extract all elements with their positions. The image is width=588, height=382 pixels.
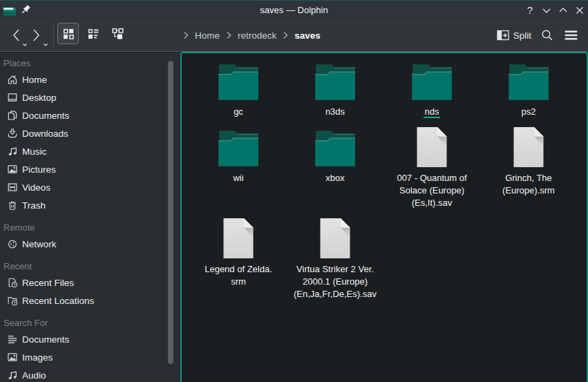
- sidebar-item-pictures[interactable]: Pictures: [0, 160, 180, 178]
- folder-icon: [216, 59, 260, 103]
- forward-button[interactable]: [26, 21, 47, 49]
- breadcrumb-arrow: [279, 31, 292, 39]
- sidebar-item-search-documents[interactable]: Documents: [0, 330, 180, 348]
- split-label: Split: [513, 30, 531, 41]
- places-panel: Places Home Desktop Documents: [0, 52, 180, 382]
- sidebar-item-search-audio[interactable]: Audio: [0, 366, 180, 382]
- folder-view: gc n3ds nds ps2 wii xbox 007 - Quantum o…: [180, 52, 588, 382]
- tree-view-icon: [112, 28, 124, 39]
- images-icon: [7, 352, 18, 363]
- breadcrumb: Home retrodeck saves: [180, 19, 323, 51]
- back-button[interactable]: [6, 21, 26, 49]
- sidebar-item-music[interactable]: Music: [0, 142, 180, 160]
- section-search-for: Search For: [0, 316, 180, 330]
- downloads-icon: [7, 128, 18, 139]
- file-grid: gc n3ds nds ps2 wii xbox 007 - Quantum o…: [182, 53, 587, 300]
- documents-icon: [7, 110, 18, 121]
- section-remote: Remote: [0, 220, 180, 235]
- sidebar-item-network[interactable]: Network: [0, 235, 180, 253]
- videos-icon: [7, 182, 18, 193]
- breadcrumb-arrow: [222, 31, 235, 39]
- folder-nds[interactable]: nds: [383, 59, 480, 118]
- sidebar-item-trash[interactable]: Trash: [0, 196, 180, 214]
- tree-view-button[interactable]: [107, 23, 129, 44]
- file-legend-of-zelda[interactable]: Legend of Zelda. srm: [190, 216, 287, 300]
- icons-view-icon: [63, 28, 74, 39]
- folder-icon: [313, 59, 357, 103]
- close-button[interactable]: [571, 1, 588, 20]
- folder-icon: [313, 125, 357, 169]
- window-title: saves — Dolphin: [0, 1, 588, 20]
- split-icon: [497, 30, 509, 41]
- folder-icon: [216, 125, 260, 169]
- sidebar-scrollbar[interactable]: [168, 61, 173, 364]
- section-places: Places: [0, 56, 180, 70]
- minimize-button[interactable]: [538, 1, 555, 20]
- sidebar-item-home[interactable]: Home: [0, 70, 180, 88]
- svg-text:?: ?: [527, 5, 533, 16]
- folder-wii[interactable]: wii: [190, 125, 287, 209]
- sidebar-item-recent-locations[interactable]: Recent Locations: [0, 292, 180, 309]
- text-lines-icon: [7, 334, 18, 345]
- file-icon: [216, 216, 260, 260]
- recent-locations-icon: [7, 295, 18, 306]
- sidebar-item-downloads[interactable]: Downloads: [0, 124, 180, 142]
- file-virtua-striker[interactable]: Virtua Striker 2 Ver. 2000.1 (Europe) (E…: [287, 216, 383, 300]
- sidebar-item-desktop[interactable]: Desktop: [0, 88, 180, 106]
- pictures-icon: [7, 164, 18, 175]
- network-icon: [7, 238, 18, 249]
- sidebar-item-recent-files[interactable]: Recent Files: [0, 274, 180, 292]
- forward-history-dropdown[interactable]: [43, 43, 48, 47]
- sidebar-list: Places Home Desktop Documents: [0, 52, 180, 382]
- breadcrumb-home[interactable]: Home: [192, 30, 222, 41]
- details-view-button[interactable]: [82, 23, 104, 44]
- folder-icon: [410, 59, 454, 103]
- desktop-icon: [7, 92, 18, 103]
- hamburger-icon: [565, 30, 578, 41]
- sidebar-item-documents[interactable]: Documents: [0, 106, 180, 124]
- music-icon: [7, 146, 18, 157]
- title-bar: saves — Dolphin ?: [0, 0, 588, 19]
- folder-icon: [506, 59, 551, 103]
- folder-n3ds[interactable]: n3ds: [287, 59, 383, 118]
- maximize-button[interactable]: [555, 1, 571, 20]
- audio-icon: [7, 370, 18, 381]
- search-button[interactable]: [535, 21, 559, 49]
- breadcrumb-retrodeck[interactable]: retrodeck: [235, 30, 279, 41]
- menu-button[interactable]: [559, 21, 582, 49]
- breadcrumb-root-arrow[interactable]: [180, 31, 192, 39]
- home-icon: [7, 74, 18, 85]
- details-view-icon: [88, 28, 99, 39]
- file-icon: [313, 216, 357, 260]
- split-button[interactable]: Split: [493, 21, 535, 49]
- help-button[interactable]: ?: [522, 1, 538, 20]
- file-icon: [410, 125, 454, 169]
- file-grinch-the-europe[interactable]: Grinch, The (Europe).srm: [480, 125, 577, 209]
- section-recent: Recent: [0, 259, 180, 274]
- toolbar-separator: [53, 24, 54, 46]
- sidebar-item-videos[interactable]: Videos: [0, 178, 180, 196]
- folder-xbox[interactable]: xbox: [287, 125, 383, 209]
- sidebar-item-search-images[interactable]: Images: [0, 348, 180, 366]
- toolbar: Home retrodeck saves Split: [0, 19, 588, 52]
- folder-gc[interactable]: gc: [190, 59, 287, 118]
- icons-view-button[interactable]: [57, 23, 79, 44]
- folder-ps2[interactable]: ps2: [480, 59, 577, 118]
- search-icon: [541, 29, 553, 41]
- breadcrumb-saves[interactable]: saves: [292, 30, 323, 41]
- file-icon: [506, 125, 551, 169]
- recent-files-icon: [7, 277, 18, 288]
- trash-icon: [7, 200, 18, 211]
- file-007-quantum-of-solace[interactable]: 007 - Quantum of Solace (Europe) (Es,It)…: [383, 125, 480, 209]
